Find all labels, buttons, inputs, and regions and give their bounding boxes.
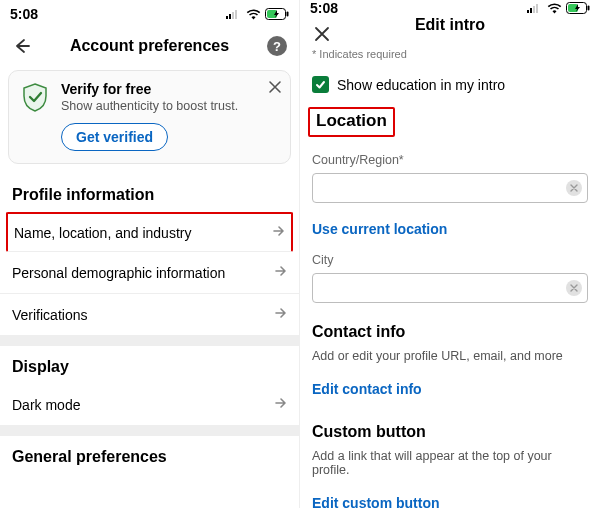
shield-check-icon	[19, 81, 51, 113]
signal-icon	[226, 9, 242, 19]
section-profile-information: Profile information	[0, 174, 299, 212]
city-label: City	[312, 253, 588, 267]
section-divider	[0, 336, 299, 346]
close-icon	[268, 80, 282, 94]
close-icon	[313, 25, 331, 43]
city-input[interactable]	[312, 273, 588, 303]
status-time: 5:08	[10, 6, 38, 22]
battery-icon	[265, 8, 289, 20]
chevron-right-icon	[271, 224, 285, 241]
row-label: Name, location, and industry	[14, 225, 191, 241]
status-time: 5:08	[310, 0, 338, 16]
signal-icon	[527, 3, 543, 13]
clear-icon	[570, 284, 578, 292]
checkbox-label: Show education in my intro	[337, 77, 505, 93]
svg-rect-2	[232, 12, 234, 19]
svg-rect-8	[530, 8, 532, 13]
edit-contact-info-link[interactable]: Edit contact info	[312, 381, 588, 397]
required-note: * Indicates required	[312, 48, 588, 60]
svg-rect-9	[533, 6, 535, 13]
country-region-label: Country/Region*	[312, 153, 588, 167]
chevron-right-icon	[273, 396, 287, 413]
custom-button-heading: Custom button	[312, 423, 588, 441]
location-heading: Location	[316, 111, 387, 130]
status-indicators	[527, 2, 590, 14]
help-icon: ?	[267, 36, 287, 56]
page-title: Edit intro	[415, 16, 485, 34]
row-label: Personal demographic information	[12, 265, 225, 281]
help-button[interactable]: ?	[265, 34, 289, 58]
svg-rect-1	[229, 14, 231, 19]
section-divider	[0, 426, 299, 436]
svg-rect-10	[536, 4, 538, 13]
clear-icon	[570, 184, 578, 192]
verify-title: Verify for free	[61, 81, 280, 97]
row-personal-demographic[interactable]: Personal demographic information	[0, 252, 299, 294]
show-education-checkbox[interactable]: Show education in my intro	[312, 76, 588, 93]
svg-rect-5	[287, 12, 289, 17]
svg-rect-3	[235, 10, 237, 19]
section-display: Display	[0, 346, 299, 384]
row-dark-mode[interactable]: Dark mode	[0, 384, 299, 426]
edit-custom-button-link[interactable]: Edit custom button	[312, 495, 588, 508]
wifi-icon	[246, 9, 261, 20]
use-current-location-link[interactable]: Use current location	[312, 221, 588, 237]
status-indicators	[226, 8, 289, 20]
battery-icon	[566, 2, 590, 14]
verify-card: Verify for free Show authenticity to boo…	[8, 70, 291, 164]
svg-rect-0	[226, 16, 228, 19]
status-bar: 5:08	[300, 0, 600, 16]
section-general-preferences: General preferences	[0, 436, 299, 474]
wifi-icon	[547, 3, 562, 14]
arrow-left-icon	[12, 36, 32, 56]
clear-input-button[interactable]	[566, 280, 582, 296]
close-button[interactable]	[310, 22, 334, 46]
get-verified-button[interactable]: Get verified	[61, 123, 168, 151]
row-verifications[interactable]: Verifications	[0, 294, 299, 336]
svg-rect-7	[527, 10, 529, 13]
contact-info-sub: Add or edit your profile URL, email, and…	[312, 349, 588, 363]
row-name-location-industry[interactable]: Name, location, and industry	[6, 212, 293, 252]
contact-info-heading: Contact info	[312, 323, 588, 341]
chevron-right-icon	[273, 306, 287, 323]
custom-button-sub: Add a link that will appear at the top o…	[312, 449, 588, 477]
row-label: Dark mode	[12, 397, 80, 413]
edit-intro-screen: 5:08 Edit intro * Indicates required Sho…	[300, 0, 600, 508]
status-bar: 5:08	[0, 0, 299, 28]
account-preferences-screen: 5:08 Account preferences ?	[0, 0, 300, 508]
back-button[interactable]	[10, 34, 34, 58]
chevron-right-icon	[273, 264, 287, 281]
checkbox-checked-icon	[312, 76, 329, 93]
verify-subtitle: Show authenticity to boost trust.	[61, 99, 280, 113]
navbar: Account preferences ?	[0, 28, 299, 64]
navbar: Edit intro	[300, 16, 600, 34]
svg-rect-12	[588, 6, 590, 11]
dismiss-verify-button[interactable]	[268, 79, 282, 97]
page-title: Account preferences	[70, 37, 229, 55]
clear-input-button[interactable]	[566, 180, 582, 196]
row-label: Verifications	[12, 307, 87, 323]
country-region-input[interactable]	[312, 173, 588, 203]
